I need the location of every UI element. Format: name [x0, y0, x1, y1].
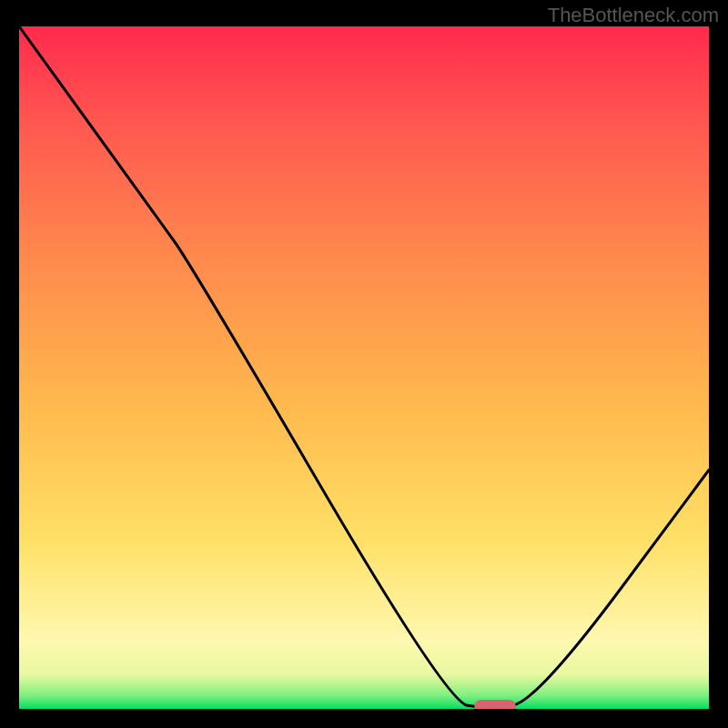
chart-plot-area — [19, 26, 709, 709]
chart-svg — [19, 26, 709, 709]
gradient-background — [19, 26, 709, 709]
optimal-marker — [474, 700, 515, 709]
watermark-text: TheBottleneck.com — [548, 4, 719, 27]
